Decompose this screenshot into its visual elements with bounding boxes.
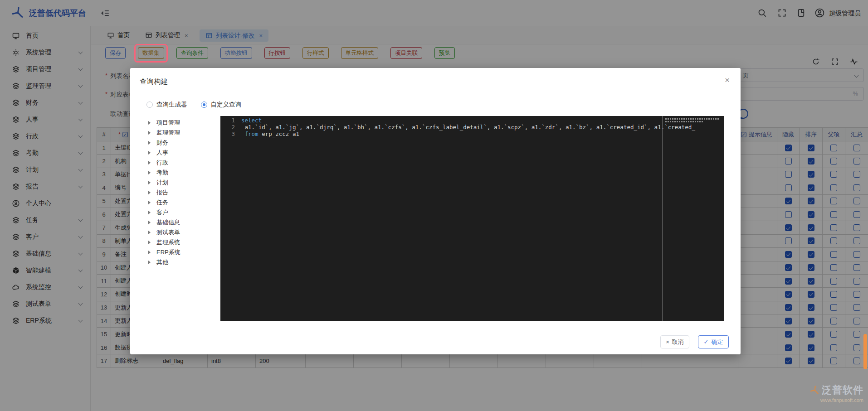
code-line: 3 from erp_zccz a1 bbox=[220, 131, 724, 138]
watermark-brand: 泛普软件 bbox=[822, 383, 863, 397]
tree-node-label: 测试表单 bbox=[156, 228, 180, 237]
sql-keyword: from bbox=[245, 131, 258, 138]
tree-node-label: 客户 bbox=[156, 208, 168, 217]
tree-node[interactable]: 测试表单 bbox=[148, 227, 216, 237]
tree-node-label: 财务 bbox=[156, 139, 168, 147]
tree-node-label: 计划 bbox=[156, 179, 168, 187]
module-tree: 项目管理 监理管理 财务 人事 行政 考勤 计划 报告 任务 客户 基础信息 bbox=[148, 118, 216, 267]
confirm-button[interactable]: ✓ 确定 bbox=[698, 335, 729, 348]
tree-node-label: 报告 bbox=[156, 189, 168, 197]
tree-node[interactable]: 计划 bbox=[148, 178, 216, 188]
line-number: 2 bbox=[220, 124, 235, 131]
cancel-button[interactable]: × 取消 bbox=[660, 335, 689, 348]
tree-node-label: 监理管理 bbox=[156, 129, 180, 137]
radio-option[interactable]: 自定义查询 bbox=[201, 101, 242, 109]
tree-node[interactable]: 行政 bbox=[148, 158, 216, 168]
radio-icon bbox=[146, 102, 153, 108]
tree-node-label: 项目管理 bbox=[156, 119, 180, 127]
radio-option[interactable]: 查询生成器 bbox=[146, 101, 187, 109]
sql-keyword: select bbox=[241, 117, 262, 124]
radio-label: 自定义查询 bbox=[211, 101, 242, 109]
minimap-marks bbox=[665, 118, 719, 120]
tree-node[interactable]: 项目管理 bbox=[148, 118, 216, 128]
line-number: 1 bbox=[220, 117, 235, 124]
close-icon: × bbox=[666, 338, 669, 345]
tree-node-label: 任务 bbox=[156, 198, 168, 207]
tree-node-label: 基础信息 bbox=[156, 218, 180, 227]
tree-node[interactable]: 财务 bbox=[148, 138, 216, 148]
minimap-marks bbox=[665, 121, 703, 122]
tree-node[interactable]: 人事 bbox=[148, 148, 216, 158]
tree-node[interactable]: 基础信息 bbox=[148, 218, 216, 227]
check-icon: ✓ bbox=[704, 338, 709, 345]
tree-node[interactable]: 监理管理 bbox=[148, 128, 216, 138]
radio-icon bbox=[201, 102, 207, 108]
tree-node[interactable]: 监理系统 bbox=[148, 237, 216, 247]
code-line: 2 a1.`id`, a1.`jg`, a1.`djrq`, a1.`bh`, … bbox=[220, 124, 724, 131]
code-lines: 1 select 2 a1.`id`, a1.`jg`, a1.`djrq`, … bbox=[220, 117, 724, 137]
tree-node-label: 行政 bbox=[156, 159, 168, 167]
tree-node-label: 考勤 bbox=[156, 169, 168, 177]
tree-node[interactable]: 其他 bbox=[148, 257, 216, 267]
watermark-url: www.fanpusoft.com bbox=[810, 397, 863, 403]
app-window: 泛普低代码平台 超级管理员 bbox=[0, 0, 868, 411]
watermark-logo-icon bbox=[810, 385, 820, 395]
brand-watermark: 泛普软件 www.fanpusoft.com bbox=[810, 383, 863, 403]
tree-node[interactable]: 报告 bbox=[148, 188, 216, 198]
tree-node[interactable]: 客户 bbox=[148, 208, 216, 218]
tree-node[interactable]: 考勤 bbox=[148, 168, 216, 178]
tree-node[interactable]: 任务 bbox=[148, 198, 216, 208]
code-line: 1 select bbox=[220, 117, 724, 124]
query-mode-radios: 查询生成器 自定义查询 bbox=[146, 101, 241, 109]
tree-node[interactable]: ERP系统 bbox=[148, 247, 216, 257]
sql-text: erp_zccz a1 bbox=[258, 131, 299, 138]
line-number: 3 bbox=[220, 131, 235, 138]
dialog-title: 查询构建 bbox=[140, 77, 168, 87]
sql-code-editor[interactable]: 1 select 2 a1.`id`, a1.`jg`, a1.`djrq`, … bbox=[220, 116, 724, 321]
minimap-divider bbox=[663, 116, 663, 321]
close-icon[interactable]: × bbox=[725, 75, 730, 85]
sql-text: a1.`id`, a1.`jg`, a1.`djrq`, a1.`bh`, a1… bbox=[245, 124, 695, 131]
tree-node-label: 人事 bbox=[156, 149, 168, 157]
tree-node-label: ERP系统 bbox=[156, 248, 180, 256]
vertical-scrollbar-thumb[interactable] bbox=[863, 334, 867, 369]
tree-node-label: 其他 bbox=[156, 258, 168, 266]
query-builder-dialog: 查询构建 × 查询生成器 自定义查询 项目管理 监理管理 财务 bbox=[130, 68, 741, 354]
radio-label: 查询生成器 bbox=[156, 101, 187, 109]
tree-node-label: 监理系统 bbox=[156, 238, 180, 247]
